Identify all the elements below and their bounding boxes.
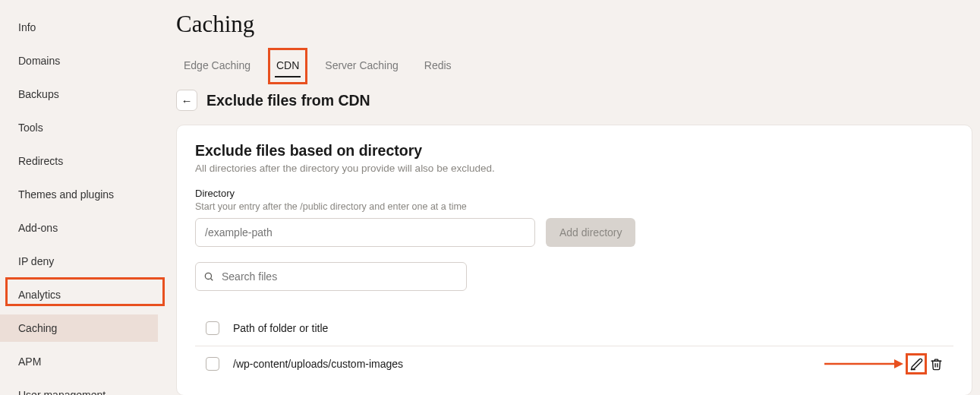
exclude-card: Exclude files based on directory All dir… bbox=[176, 125, 972, 395]
sidebar-item-caching[interactable]: Caching bbox=[0, 314, 158, 342]
list-header: Path of folder or title bbox=[195, 311, 953, 346]
tabs: Edge Caching CDN Server Caching Redis bbox=[176, 55, 972, 77]
delete-icon[interactable] bbox=[929, 357, 943, 371]
directory-help: Start your entry after the /public direc… bbox=[195, 201, 953, 212]
sidebar-item-backups[interactable]: Backups bbox=[0, 81, 158, 108]
sidebar-item-add-ons[interactable]: Add-ons bbox=[0, 214, 158, 242]
directory-label: Directory bbox=[195, 188, 953, 199]
sidebar: Info Domains Backups Tools Redirects The… bbox=[0, 0, 158, 395]
sidebar-item-user-management[interactable]: User management bbox=[0, 381, 158, 395]
sidebar-item-ip-deny[interactable]: IP deny bbox=[0, 248, 158, 275]
sidebar-item-themes-plugins[interactable]: Themes and plugins bbox=[0, 181, 158, 208]
directory-input[interactable] bbox=[195, 218, 535, 247]
list-row: /wp-content/uploads/custom-images bbox=[195, 346, 953, 381]
sidebar-item-domains[interactable]: Domains bbox=[0, 47, 158, 74]
row-path: /wp-content/uploads/custom-images bbox=[233, 358, 403, 370]
tab-server-caching[interactable]: Server Caching bbox=[323, 55, 400, 77]
edit-icon[interactable] bbox=[909, 357, 923, 371]
sidebar-item-info[interactable]: Info bbox=[0, 14, 158, 41]
sidebar-item-apm[interactable]: APM bbox=[0, 348, 158, 375]
arrow-left-icon: ← bbox=[181, 94, 193, 107]
card-description: All directories after the directory you … bbox=[195, 163, 953, 174]
sub-title: Exclude files from CDN bbox=[206, 92, 370, 109]
sidebar-item-analytics[interactable]: Analytics bbox=[0, 281, 158, 308]
page-title: Caching bbox=[176, 11, 972, 38]
main-content: Caching Edge Caching CDN Server Caching … bbox=[158, 0, 980, 395]
card-title: Exclude files based on directory bbox=[195, 142, 953, 160]
select-all-checkbox[interactable] bbox=[206, 321, 219, 335]
row-checkbox[interactable] bbox=[206, 357, 219, 371]
list-header-label: Path of folder or title bbox=[233, 322, 328, 334]
tab-cdn[interactable]: CDN bbox=[275, 55, 301, 77]
search-input[interactable] bbox=[195, 262, 467, 291]
tab-redis[interactable]: Redis bbox=[423, 55, 453, 77]
back-button[interactable]: ← bbox=[176, 90, 197, 111]
sidebar-item-redirects[interactable]: Redirects bbox=[0, 147, 158, 175]
tab-edge-caching[interactable]: Edge Caching bbox=[182, 55, 252, 77]
sidebar-item-tools[interactable]: Tools bbox=[0, 114, 158, 141]
sub-header: ← Exclude files from CDN bbox=[176, 90, 972, 111]
add-directory-button[interactable]: Add directory bbox=[546, 218, 635, 247]
